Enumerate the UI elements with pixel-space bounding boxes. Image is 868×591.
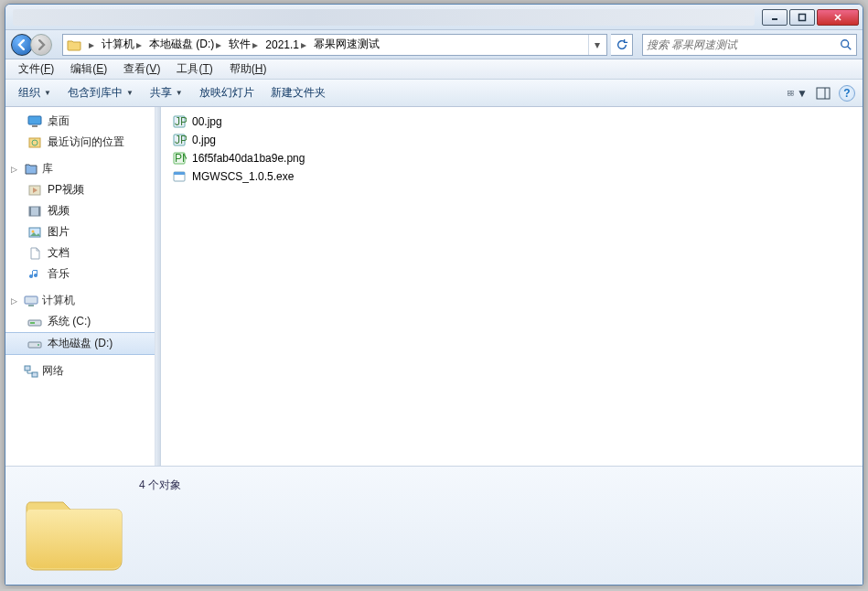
search-icon[interactable]: [840, 38, 852, 51]
svg-rect-12: [28, 116, 41, 124]
jpg-icon: JPG: [172, 133, 187, 147]
svg-rect-1: [799, 14, 806, 20]
menu-file[interactable]: 文件(F): [11, 59, 61, 79]
share-button[interactable]: 共享 ▼: [145, 82, 188, 103]
svg-text:JPG: JPG: [175, 134, 187, 146]
sidebar-label: PP视频: [48, 182, 84, 198]
file-item[interactable]: PNG 16f5fab40da1ba9e.png: [170, 149, 853, 167]
titlebar-blur: [13, 9, 755, 26]
view-mode-button[interactable]: ▼: [788, 83, 808, 103]
file-name: MGWSCS_1.0.5.exe: [192, 170, 294, 183]
sidebar-computer[interactable]: ▷ 计算机: [5, 290, 155, 311]
crumb-d[interactable]: 本地磁盘 (D:)▸: [145, 35, 225, 55]
folder-icon: [65, 38, 83, 52]
sidebar-network[interactable]: 网络: [5, 360, 155, 381]
sidebar-label: 库: [42, 161, 53, 177]
svg-rect-28: [25, 366, 30, 371]
file-item[interactable]: MGWSCS_1.0.5.exe: [170, 167, 853, 186]
sidebar-label: 系统 (C:): [48, 314, 91, 329]
include-button[interactable]: 包含到库中 ▼: [62, 82, 139, 103]
navbar: ▸ 计算机▸ 本地磁盘 (D:)▸ 软件▸ 2021.1▸ 幂果网速测试 ▾: [5, 30, 863, 59]
sidebar-label: 视频: [48, 203, 70, 219]
file-list[interactable]: JPG 00.jpg JPG 0.jpg PNG 16f5fab40da1ba9…: [161, 107, 863, 466]
sidebar-label: 最近访问的位置: [48, 134, 124, 150]
svg-rect-10: [817, 88, 830, 99]
file-item[interactable]: JPG 00.jpg: [170, 113, 853, 131]
explorer-window: ▸ 计算机▸ 本地磁盘 (D:)▸ 软件▸ 2021.1▸ 幂果网速测试 ▾ 文…: [5, 4, 863, 586]
computer-icon: [24, 294, 38, 308]
search-input[interactable]: [647, 38, 840, 51]
svg-rect-23: [28, 305, 34, 306]
sidebar-label: 桌面: [48, 113, 70, 129]
crumb-2021[interactable]: 2021.1▸: [262, 35, 310, 55]
details-pane: 4 个对象: [5, 466, 863, 585]
drive-icon: [27, 337, 42, 351]
file-name: 0.jpg: [192, 134, 216, 146]
svg-rect-6: [788, 91, 790, 92]
sidebar-libraries[interactable]: ▷ 库: [5, 158, 155, 179]
refresh-button[interactable]: [611, 34, 633, 56]
menu-help[interactable]: 帮助(H): [222, 59, 274, 79]
sidebar-pictures[interactable]: 图片: [5, 221, 155, 242]
svg-point-4: [841, 39, 849, 47]
png-icon: PNG: [172, 151, 187, 166]
sidebar[interactable]: 桌面 最近访问的位置 ▷ 库 PP视频 视频 图片 文档 音乐: [5, 107, 155, 466]
menu-view[interactable]: 查看(V): [116, 59, 167, 79]
sidebar-drive-d[interactable]: 本地磁盘 (D:): [5, 332, 155, 355]
chevron-icon: ▷: [11, 296, 20, 306]
music-icon: [27, 267, 42, 282]
address-dropdown[interactable]: ▾: [588, 35, 605, 55]
document-icon: [27, 246, 42, 261]
menu-tools[interactable]: 工具(T): [169, 59, 220, 79]
sidebar-drive-c[interactable]: 系统 (C:): [5, 311, 155, 332]
body: 桌面 最近访问的位置 ▷ 库 PP视频 视频 图片 文档 音乐: [5, 107, 863, 466]
chevron-icon: ▷: [11, 165, 20, 174]
recent-icon: [27, 135, 42, 150]
sidebar-label: 网络: [42, 363, 64, 379]
picture-icon: [27, 225, 42, 240]
menubar: 文件(F) 编辑(E) 查看(V) 工具(T) 帮助(H): [5, 59, 863, 80]
address-bar[interactable]: ▸ 计算机▸ 本地磁盘 (D:)▸ 软件▸ 2021.1▸ 幂果网速测试 ▾: [62, 34, 607, 56]
svg-rect-8: [788, 93, 790, 95]
svg-text:JPG: JPG: [175, 115, 187, 128]
sidebar-desktop[interactable]: 桌面: [5, 111, 155, 132]
sidebar-label: 计算机: [42, 293, 75, 308]
slideshow-button[interactable]: 放映幻灯片: [194, 82, 260, 103]
svg-rect-9: [791, 93, 794, 95]
minimize-button[interactable]: [762, 9, 788, 26]
organize-button[interactable]: 组织 ▼: [13, 82, 57, 103]
close-button[interactable]: [817, 9, 859, 26]
sidebar-music[interactable]: 音乐: [5, 263, 155, 285]
preview-pane-button[interactable]: [813, 83, 833, 103]
library-icon: [24, 162, 38, 177]
maximize-button[interactable]: [789, 9, 815, 26]
crumb-soft[interactable]: 软件▸: [225, 35, 262, 55]
svg-point-27: [38, 344, 39, 346]
search-box[interactable]: [642, 34, 857, 56]
newfolder-button[interactable]: 新建文件夹: [265, 82, 331, 103]
crumb-computer[interactable]: 计算机▸: [98, 35, 145, 55]
svg-rect-22: [25, 296, 38, 304]
sidebar-pp[interactable]: PP视频: [5, 179, 155, 200]
sidebar-recent[interactable]: 最近访问的位置: [5, 132, 155, 153]
crumb-sep[interactable]: ▸: [83, 35, 98, 55]
svg-rect-25: [30, 322, 35, 324]
monitor-icon: [27, 114, 42, 129]
sidebar-label: 文档: [48, 245, 70, 261]
svg-rect-19: [38, 207, 40, 216]
crumb-current[interactable]: 幂果网速测试: [310, 35, 383, 55]
menu-edit[interactable]: 编辑(E): [63, 59, 114, 79]
file-item[interactable]: JPG 0.jpg: [170, 131, 853, 149]
titlebar: [5, 5, 863, 30]
help-button[interactable]: ?: [839, 85, 855, 102]
film-icon: [27, 204, 42, 219]
sidebar-video[interactable]: 视频: [5, 200, 155, 221]
jpg-icon: JPG: [172, 114, 187, 129]
forward-button[interactable]: [30, 34, 52, 56]
file-name: 00.jpg: [192, 115, 222, 128]
file-name: 16f5fab40da1ba9e.png: [192, 152, 305, 165]
svg-text:PNG: PNG: [175, 152, 187, 165]
svg-rect-13: [32, 125, 38, 127]
sidebar-label: 图片: [48, 224, 70, 240]
sidebar-documents[interactable]: 文档: [5, 242, 155, 263]
